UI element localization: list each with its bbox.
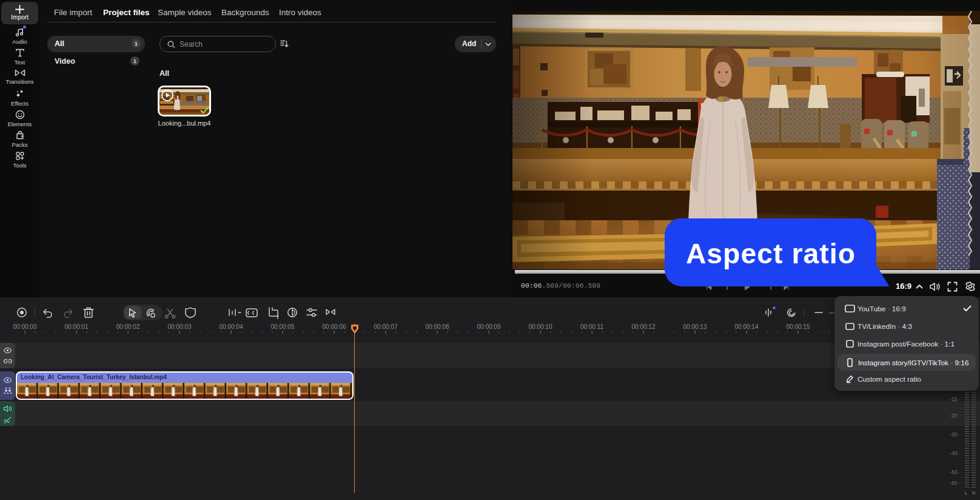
svg-text:Aspect ratio: Aspect ratio (686, 238, 856, 269)
